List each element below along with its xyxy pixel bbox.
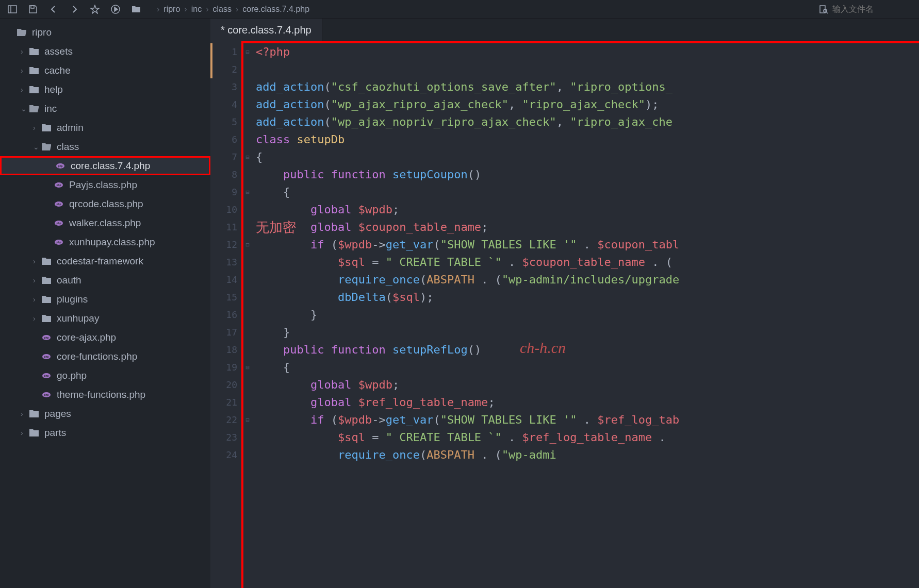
tree-file[interactable]: phpcore-functions.php: [0, 347, 210, 366]
tree-item-label: codestar-framework: [57, 256, 143, 267]
tree-folder[interactable]: ›cache: [0, 61, 210, 80]
fold-marker[interactable]: ⊟: [243, 148, 252, 166]
code-line[interactable]: }: [256, 324, 919, 341]
editor: * core.class.7.4.php 1234567891011121314…: [210, 19, 919, 588]
breadcrumb-item[interactable]: class: [212, 5, 231, 14]
code-line[interactable]: $sql = " CREATE TABLE `" . $coupon_table…: [256, 254, 919, 271]
tree-folder[interactable]: ripro: [0, 23, 210, 42]
code-text[interactable]: <?php add_action("csf_caozhuti_options_s…: [252, 41, 919, 588]
tree-item-label: core.class.7.4.php: [71, 160, 150, 172]
panel-icon[interactable]: [4, 1, 21, 18]
code-line[interactable]: global $coupon_table_name;: [256, 219, 919, 236]
tree-folder[interactable]: ›codestar-framework: [0, 251, 210, 271]
fold-marker[interactable]: ⊟: [243, 359, 252, 376]
file-search-input[interactable]: [832, 5, 915, 14]
code-line[interactable]: class setupDb: [256, 131, 919, 148]
tree-folder[interactable]: ›help: [0, 80, 210, 99]
fold-marker: [243, 324, 252, 341]
code-line[interactable]: add_action("wp_ajax_ripro_ajax_check", "…: [256, 96, 919, 113]
line-number: 2: [210, 61, 237, 78]
search-icon[interactable]: [819, 5, 828, 14]
code-line[interactable]: dbDelta($sql);: [256, 289, 919, 306]
folder-icon: [41, 275, 52, 285]
folder-icon: [29, 65, 39, 76]
line-number: 12: [210, 236, 237, 254]
tree-file[interactable]: phpcore.class.7.4.php: [0, 156, 210, 175]
breadcrumb-item[interactable]: inc: [191, 5, 202, 14]
code-line[interactable]: add_action("wp_ajax_nopriv_ripro_ajax_ch…: [256, 113, 919, 131]
tree-file[interactable]: phptheme-functions.php: [0, 385, 210, 404]
code-line[interactable]: global $wpdb;: [256, 201, 919, 219]
tree-file[interactable]: phpxunhupay.class.php: [0, 232, 210, 251]
code-line[interactable]: add_action("csf_caozhuti_options_save_af…: [256, 78, 919, 96]
tree-file[interactable]: phpqrcode.class.php: [0, 194, 210, 213]
fold-marker: [243, 201, 252, 219]
fold-marker[interactable]: ⊟: [243, 43, 252, 61]
editor-tab[interactable]: * core.class.7.4.php: [210, 19, 322, 41]
fold-marker[interactable]: ⊟: [243, 183, 252, 201]
line-number: 7: [210, 148, 237, 166]
tree-folder[interactable]: ›xunhupay: [0, 309, 210, 328]
fold-marker: [243, 78, 252, 96]
line-number: 6: [210, 131, 237, 148]
line-number: 8: [210, 166, 237, 183]
tab-bar: * core.class.7.4.php: [210, 19, 919, 41]
tree-folder[interactable]: ›assets: [0, 42, 210, 61]
fold-marker: [243, 376, 252, 394]
tree-item-label: core-ajax.php: [57, 332, 116, 343]
line-number: 10: [210, 201, 237, 219]
tree-folder[interactable]: ›oauth: [0, 271, 210, 290]
back-icon[interactable]: [45, 1, 62, 18]
forward-icon[interactable]: [66, 1, 83, 18]
tree-file[interactable]: phpcore-ajax.php: [0, 328, 210, 347]
file-tree[interactable]: ripro›assets›cache›help⌄inc›admin⌄classp…: [0, 19, 210, 588]
tree-folder[interactable]: ⌄inc: [0, 99, 210, 118]
code-line[interactable]: public function setupCoupon(): [256, 166, 919, 183]
tree-file[interactable]: phpwalker.class.php: [0, 213, 210, 232]
line-number: 21: [210, 394, 237, 411]
line-number: 11: [210, 219, 237, 236]
line-number: 14: [210, 271, 237, 289]
code-line[interactable]: global $ref_log_table_name;: [256, 394, 919, 411]
breadcrumb-item[interactable]: core.class.7.4.php: [242, 5, 309, 14]
line-number: 24: [210, 446, 237, 464]
tree-item-label: class: [57, 141, 79, 153]
line-number: 5: [210, 113, 237, 131]
code-line[interactable]: if ($wpdb->get_var("SHOW TABLES LIKE '" …: [256, 236, 919, 254]
php-file-icon: php: [41, 390, 52, 400]
breadcrumb-item[interactable]: ripro: [163, 5, 180, 14]
code-line[interactable]: {: [256, 183, 919, 201]
code-line[interactable]: [256, 61, 919, 78]
fold-marker[interactable]: ⊟: [243, 411, 252, 429]
folder-icon: [29, 46, 39, 57]
chevron-icon: ⌄: [33, 143, 41, 151]
line-numbers: 123456789101112131415161718192021222324: [210, 41, 243, 588]
code-line[interactable]: require_once(ABSPATH . ("wp-admin/includ…: [256, 271, 919, 289]
svg-text:php: php: [44, 374, 48, 377]
code-line[interactable]: global $wpdb;: [256, 376, 919, 394]
code-line[interactable]: }: [256, 306, 919, 324]
code-line[interactable]: {: [256, 359, 919, 376]
code-line[interactable]: $sql = " CREATE TABLE `" . $ref_log_tabl…: [256, 429, 919, 446]
folder-location-icon[interactable]: [128, 1, 144, 18]
tree-folder[interactable]: ⌄class: [0, 137, 210, 156]
tree-folder[interactable]: ›plugins: [0, 290, 210, 309]
star-icon[interactable]: [87, 1, 103, 18]
code-line[interactable]: public function setupRefLog(): [256, 341, 919, 359]
breadcrumb-sep: ›: [206, 5, 208, 14]
fold-marker[interactable]: ⊟: [243, 236, 252, 254]
breadcrumb: › ripro › inc › class › core.class.7.4.p…: [155, 5, 311, 14]
code-line[interactable]: <?php: [256, 43, 919, 61]
svg-text:php: php: [56, 203, 61, 206]
tree-file[interactable]: phpgo.php: [0, 366, 210, 385]
tree-folder[interactable]: ›parts: [0, 423, 210, 442]
code-line[interactable]: require_once(ABSPATH . ("wp-admi: [256, 446, 919, 464]
tree-folder[interactable]: ›pages: [0, 404, 210, 423]
code-line[interactable]: if ($wpdb->get_var("SHOW TABLES LIKE '" …: [256, 411, 919, 429]
save-icon[interactable]: [25, 1, 41, 18]
run-icon[interactable]: [107, 1, 124, 18]
tree-file[interactable]: phpPayjs.class.php: [0, 175, 210, 194]
line-number: 13: [210, 254, 237, 271]
tree-folder[interactable]: ›admin: [0, 118, 210, 137]
code-line[interactable]: {: [256, 148, 919, 166]
